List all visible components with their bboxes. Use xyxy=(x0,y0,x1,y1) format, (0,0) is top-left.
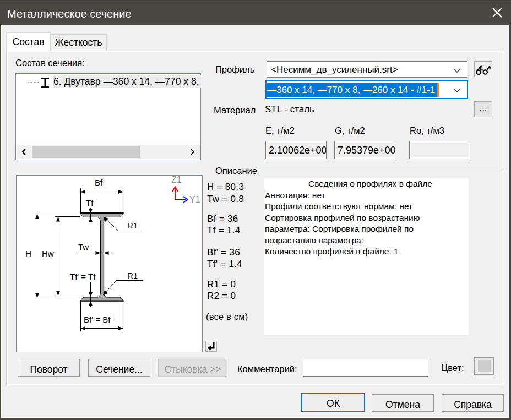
svg-text:Y1: Y1 xyxy=(189,195,200,204)
svg-text:Tw: Tw xyxy=(78,242,89,252)
svg-text:Z1: Z1 xyxy=(171,175,182,184)
svg-text:Bf' = Bf: Bf' = Bf xyxy=(84,315,111,324)
svg-text:H: H xyxy=(25,249,31,258)
svg-text:Tf: Tf xyxy=(86,198,94,208)
svg-text:R1: R1 xyxy=(127,221,138,230)
svg-text:Hw: Hw xyxy=(42,249,54,258)
svg-text:Bf: Bf xyxy=(95,178,103,187)
svg-text:Tf' = Tf: Tf' = Tf xyxy=(70,272,96,281)
svg-text:R1: R1 xyxy=(127,271,138,280)
